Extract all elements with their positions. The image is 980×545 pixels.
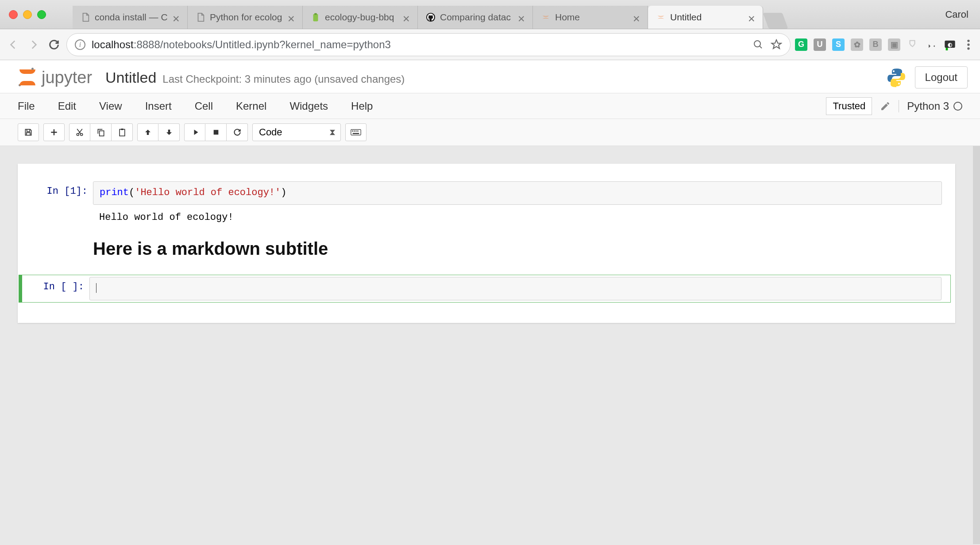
text-cursor: [96, 283, 96, 293]
new-tab-button[interactable]: [763, 13, 788, 29]
svg-rect-15: [213, 130, 218, 135]
address-bar-row: i localhost:8888/notebooks/Untitled.ipyn…: [0, 29, 980, 60]
paste-button[interactable]: [112, 123, 133, 141]
svg-rect-21: [353, 133, 359, 134]
move-down-button[interactable]: [158, 123, 180, 141]
output-prompt: [22, 207, 93, 227]
svg-rect-16: [351, 130, 361, 135]
stdout-output: Hello world of ecology!: [93, 207, 951, 227]
svg-rect-20: [357, 130, 358, 131]
skype-ext-icon[interactable]: S: [832, 38, 845, 51]
tab-conda-install[interactable]: conda install — C ✕: [73, 6, 188, 29]
cut-button[interactable]: [69, 123, 90, 141]
address-bar[interactable]: i localhost:8888/notebooks/Untitled.ipyn…: [66, 33, 791, 56]
code-token: 'Hello world of ecology!': [135, 187, 281, 198]
code-cell-1[interactable]: In [1]: print('Hello world of ecology!'): [22, 181, 951, 205]
checkpoint-status: Last Checkpoint: 3 minutes ago (unsaved …: [162, 73, 405, 85]
menu-view[interactable]: View: [88, 100, 134, 112]
back-button[interactable]: [5, 37, 21, 53]
add-cell-button[interactable]: [43, 123, 65, 141]
url-text: localhost:8888/notebooks/Untitled.ipynb?…: [92, 38, 391, 51]
reload-button[interactable]: [46, 37, 62, 53]
tab-label: Home: [555, 12, 628, 23]
code-input[interactable]: [89, 277, 941, 300]
copy-button[interactable]: [90, 123, 112, 141]
code-cell-2[interactable]: In [ ]:: [19, 275, 951, 303]
code-token: (: [129, 187, 135, 198]
minimize-window-button[interactable]: [23, 10, 32, 19]
output-cell-1: Hello world of ecology!: [22, 207, 951, 227]
command-palette-button[interactable]: [345, 123, 367, 141]
ublock-ext-icon[interactable]: U: [814, 38, 826, 51]
maximize-window-button[interactable]: [37, 10, 46, 19]
close-icon[interactable]: ✕: [287, 14, 294, 21]
ext-icon-b[interactable]: B: [869, 38, 882, 51]
jupyter-header: jupyter Untitled Last Checkpoint: 3 minu…: [0, 60, 980, 93]
edit-metadata-icon[interactable]: [880, 101, 891, 111]
profile-name[interactable]: Carol: [945, 9, 975, 20]
svg-point-8: [967, 43, 969, 46]
jupyter-brand-text: jupyter: [42, 68, 92, 87]
close-window-button[interactable]: [9, 10, 18, 19]
interrupt-button[interactable]: [205, 123, 227, 141]
notebook-title[interactable]: Untitled: [105, 69, 156, 86]
svg-text:◐: ◐: [948, 41, 953, 47]
menu-insert[interactable]: Insert: [134, 100, 183, 112]
code-token: ): [281, 187, 286, 198]
tab-ecology-bug-bbq[interactable]: ecology-bug-bbq ✕: [303, 6, 418, 29]
trusted-indicator[interactable]: Trusted: [826, 97, 872, 115]
menu-edit[interactable]: Edit: [46, 100, 88, 112]
svg-point-3: [754, 41, 760, 47]
tab-label: conda install — C: [95, 12, 168, 23]
close-icon[interactable]: ✕: [172, 14, 179, 21]
restart-button[interactable]: [227, 123, 248, 141]
svg-point-7: [967, 39, 969, 42]
jupyter-logo[interactable]: jupyter: [18, 68, 92, 87]
logout-button[interactable]: Logout: [915, 66, 968, 88]
menu-help[interactable]: Help: [340, 100, 384, 112]
python-logo-icon: [886, 67, 907, 88]
move-up-button[interactable]: [137, 123, 158, 141]
markdown-heading: Here is a markdown subtitle: [93, 239, 951, 259]
chrome-menu-icon[interactable]: [962, 38, 975, 51]
grammarly-ext-icon[interactable]: G: [795, 38, 807, 51]
celltype-dropdown[interactable]: Code: [252, 123, 341, 141]
file-icon: [81, 12, 90, 22]
url-host: localhost: [92, 38, 134, 50]
menu-file[interactable]: File: [18, 100, 46, 112]
svg-rect-19: [355, 130, 356, 131]
jupyter-icon: [656, 12, 666, 22]
menu-kernel[interactable]: Kernel: [224, 100, 278, 112]
svg-rect-14: [121, 129, 123, 130]
forward-button[interactable]: [26, 37, 42, 53]
kernel-indicator[interactable]: Python 3: [899, 100, 962, 112]
code-input[interactable]: print('Hello world of ecology!'): [93, 181, 942, 205]
close-icon[interactable]: ✕: [517, 14, 525, 21]
tab-jupyter-home[interactable]: Home ✕: [533, 6, 648, 29]
zoom-icon[interactable]: [753, 39, 764, 50]
settings-ext-icon[interactable]: ✿: [851, 38, 863, 51]
close-icon[interactable]: ✕: [402, 14, 409, 21]
pin-icon[interactable]: [925, 38, 938, 51]
jupyter-toolbar: Code: [0, 119, 980, 146]
ext-icon-shield[interactable]: ⛉: [907, 38, 919, 51]
tab-label: Comparing datac: [440, 12, 513, 23]
save-button[interactable]: [18, 123, 39, 141]
extension-icons: G U S ✿ B ▣ ⛉ ◐: [795, 38, 975, 51]
markdown-cell[interactable]: Here is a markdown subtitle: [22, 230, 951, 272]
input-prompt: In [1]:: [22, 181, 93, 205]
site-info-icon[interactable]: i: [75, 39, 85, 50]
menu-widgets[interactable]: Widgets: [278, 100, 340, 112]
close-icon[interactable]: ✕: [633, 14, 640, 21]
close-icon[interactable]: ✕: [748, 14, 755, 21]
tab-python-ecology[interactable]: Python for ecolog ✕: [188, 6, 303, 29]
tampermonkey-ext-icon[interactable]: ◐: [944, 38, 956, 51]
menu-cell[interactable]: Cell: [183, 100, 224, 112]
run-button[interactable]: [184, 123, 205, 141]
tab-github-comparing[interactable]: Comparing datac ✕: [418, 6, 533, 29]
tab-untitled-notebook[interactable]: Untitled ✕: [648, 6, 763, 29]
ext-icon-video[interactable]: ▣: [888, 38, 900, 51]
jupyter-menubar: File Edit View Insert Cell Kernel Widget…: [0, 93, 980, 119]
bookmark-star-icon[interactable]: [771, 39, 782, 50]
svg-rect-5: [946, 48, 948, 50]
